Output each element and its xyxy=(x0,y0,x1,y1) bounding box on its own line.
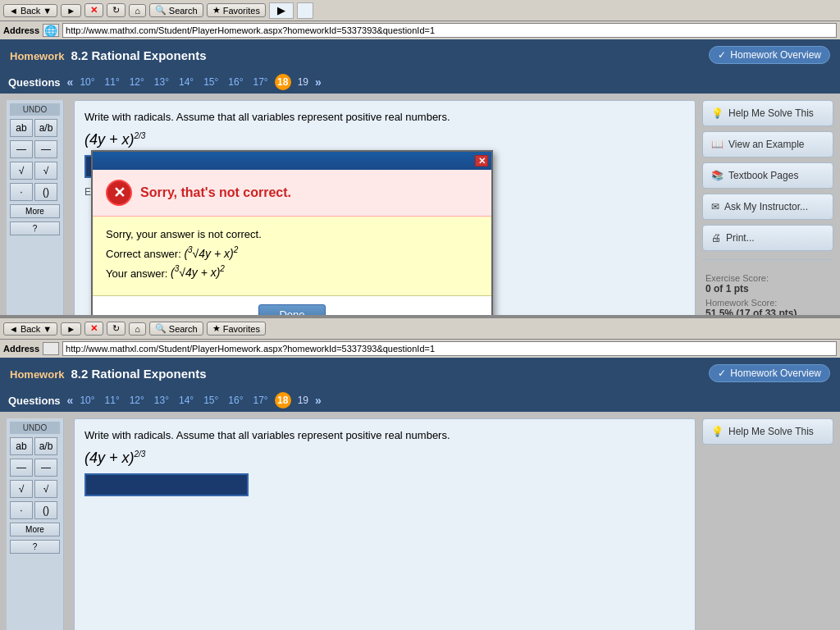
nav-next-next-2[interactable]: » xyxy=(315,394,322,407)
browser-toolbar-2: ◄ Back ▼ ► ✕ ↻ ⌂ 🔍 Search ★ Favorites xyxy=(0,318,840,340)
view-example-button[interactable]: 📖 View an Example xyxy=(702,131,833,158)
undo-cell-4[interactable]: — xyxy=(34,140,57,158)
problem-area: Write with radicals. Assume that all var… xyxy=(74,100,696,315)
question-19[interactable]: 19 xyxy=(294,75,312,89)
checkmark-icon: ✓ xyxy=(718,49,726,61)
search-icon: 🔍 xyxy=(155,5,167,16)
error-title: Sorry, that's not correct. xyxy=(140,185,291,200)
question-18-active[interactable]: 18 xyxy=(275,74,291,90)
question-15-2[interactable]: 15° xyxy=(200,394,221,407)
sqrt-cell[interactable]: √ xyxy=(10,162,33,180)
question-16[interactable]: 16° xyxy=(225,75,246,89)
question-12[interactable]: 12° xyxy=(126,75,148,89)
checkmark-icon-2: ✓ xyxy=(718,368,726,379)
nav-next-next[interactable]: » xyxy=(315,75,322,89)
problem-instruction-2: Write with radicals. Assume that all var… xyxy=(84,429,685,441)
address-bar-2: Address xyxy=(0,340,840,358)
mail-icon xyxy=(297,2,313,19)
undo-cell-b3[interactable]: — xyxy=(10,459,33,477)
printer-icon: 🖨 xyxy=(711,232,721,244)
url-input[interactable] xyxy=(62,23,837,38)
dialog-titlebar: ✕ xyxy=(93,152,491,170)
problem-instruction: Write with radicals. Assume that all var… xyxy=(84,111,685,123)
nav-prev-prev[interactable]: « xyxy=(67,75,74,89)
undo-cell-b2[interactable]: a/b xyxy=(34,437,57,455)
paren-cell-b[interactable]: () xyxy=(34,501,57,519)
favorites-button[interactable]: ★ Favorites xyxy=(207,3,266,17)
help-solve-button[interactable]: 💡 Help Me Solve This xyxy=(702,100,833,126)
dialog-body-line1: Sorry, your answer is not correct. xyxy=(106,228,478,240)
correct-answer-line: Correct answer: (3√4y + x)2 xyxy=(106,245,478,260)
math-tools-panel-2: UNDO ab a/b — — √ √ · () More ? xyxy=(7,418,64,630)
dot-cell[interactable]: · xyxy=(10,183,33,201)
forward-button-2[interactable]: ► xyxy=(61,322,81,336)
homework-overview-button-2[interactable]: ✓ Homework Overview xyxy=(709,364,830,382)
back-button-2[interactable]: ◄ Back ▼ xyxy=(3,322,57,336)
dialog-footer: Done xyxy=(93,296,491,315)
question-11[interactable]: 11° xyxy=(102,75,123,89)
refresh-icon: ↻ xyxy=(112,5,120,16)
undo-cell-1[interactable]: ab xyxy=(10,119,33,137)
answer-input-box-2[interactable] xyxy=(84,473,249,496)
dot-cell-b[interactable]: · xyxy=(10,501,33,519)
search-button-2[interactable]: 🔍 Search xyxy=(149,322,203,336)
help-button-2[interactable]: ? xyxy=(10,540,60,554)
undo-row-1: ab a/b xyxy=(10,119,60,137)
question-19-2[interactable]: 19 xyxy=(294,394,312,407)
sqrt2-cell-b[interactable]: √ xyxy=(34,480,57,498)
question-18-active-2[interactable]: 18 xyxy=(275,392,291,409)
dropdown-icon-2: ▼ xyxy=(43,324,52,334)
undo-row-3: √ √ xyxy=(10,162,60,180)
help-solve-button-2[interactable]: 💡 Help Me Solve This xyxy=(702,418,833,445)
help-button[interactable]: ? xyxy=(10,221,60,235)
question-11-2[interactable]: 11° xyxy=(102,394,123,407)
address-icon-2 xyxy=(43,342,59,355)
forward-button[interactable]: ► xyxy=(61,4,81,17)
question-12-2[interactable]: 12° xyxy=(126,394,148,407)
more-button-2[interactable]: More xyxy=(10,523,60,536)
stop-button[interactable]: ✕ xyxy=(84,3,103,17)
url-input-2[interactable] xyxy=(62,341,837,356)
question-16-2[interactable]: 16° xyxy=(225,394,246,407)
undo-cell-b4[interactable]: — xyxy=(34,459,57,477)
sqrt2-cell[interactable]: √ xyxy=(34,162,57,180)
textbook-pages-button[interactable]: 📚 Textbook Pages xyxy=(702,162,833,189)
dialog-close-button[interactable]: ✕ xyxy=(475,155,488,167)
question-13-2[interactable]: 13° xyxy=(151,394,172,407)
paren-cell[interactable]: () xyxy=(34,183,57,201)
ask-instructor-button[interactable]: ✉ Ask My Instructor... xyxy=(702,194,833,220)
more-button[interactable]: More xyxy=(10,204,60,218)
search-button[interactable]: 🔍 Search xyxy=(149,3,203,17)
nav-prev-prev-2[interactable]: « xyxy=(67,394,74,407)
undo-row-2: — — xyxy=(10,140,60,158)
question-13[interactable]: 13° xyxy=(151,75,172,89)
home-button-2[interactable]: ⌂ xyxy=(129,322,146,336)
refresh-icon-2: ↻ xyxy=(112,323,120,334)
question-14-2[interactable]: 14° xyxy=(176,394,197,407)
sqrt-cell-b[interactable]: √ xyxy=(10,480,33,498)
question-17[interactable]: 17° xyxy=(249,75,271,89)
content-area-2: UNDO ab a/b — — √ √ · () More ? Write wi… xyxy=(0,412,840,630)
refresh-button-2[interactable]: ↻ xyxy=(107,322,126,336)
question-17-2[interactable]: 17° xyxy=(249,394,271,407)
print-button[interactable]: 🖨 Print... xyxy=(702,225,833,251)
question-14[interactable]: 14° xyxy=(176,75,197,89)
favorites-button-2[interactable]: ★ Favorites xyxy=(207,322,266,336)
done-button[interactable]: Done xyxy=(258,304,325,315)
question-10-2[interactable]: 10° xyxy=(76,394,98,407)
homework-overview-button[interactable]: ✓ Homework Overview xyxy=(709,46,830,64)
home-button[interactable]: ⌂ xyxy=(129,4,146,17)
home-icon: ⌂ xyxy=(135,6,140,16)
dialog-error-header: ✕ Sorry, that's not correct. xyxy=(93,170,491,217)
question-10[interactable]: 10° xyxy=(76,75,98,89)
undo-cell-3[interactable]: — xyxy=(10,140,33,158)
stop-button-2[interactable]: ✕ xyxy=(84,322,103,336)
refresh-button[interactable]: ↻ xyxy=(107,3,126,17)
star-icon: ★ xyxy=(212,5,221,16)
sidebar-divider xyxy=(702,259,833,260)
undo-cell-2[interactable]: a/b xyxy=(34,119,57,137)
undo-cell-b1[interactable]: ab xyxy=(10,437,33,455)
question-15[interactable]: 15° xyxy=(200,75,221,89)
lightbulb-icon-2: 💡 xyxy=(711,426,724,437)
back-button[interactable]: ◄ Back ▼ xyxy=(3,4,57,17)
